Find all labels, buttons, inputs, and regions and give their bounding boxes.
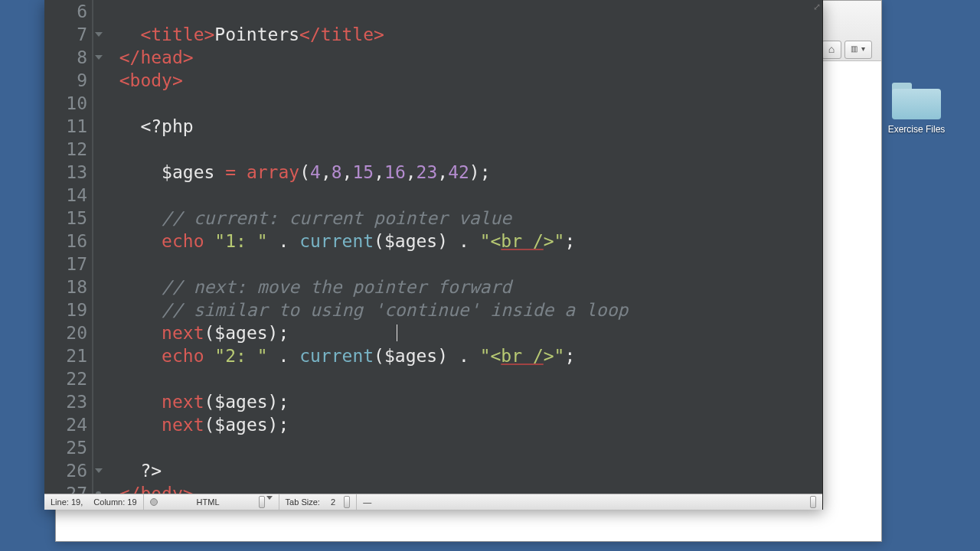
line-number: 9 (44, 69, 92, 92)
line-number-gutter: 6 7 8 9 10 11 12 13 14 15 16 17 18 19 20… (44, 0, 93, 494)
line-number: 14 (44, 184, 92, 207)
code-area[interactable]: 6 7 8 9 10 11 12 13 14 15 16 17 18 19 20… (44, 0, 822, 494)
line-number: 15 (44, 207, 92, 230)
desktop-folder-exercise-files[interactable]: Exercise Files (882, 83, 951, 135)
sidebar-toggle-button[interactable] (844, 41, 872, 59)
chevron-down-icon (266, 496, 273, 500)
line-number: 13 (44, 161, 92, 184)
home-button[interactable] (822, 41, 841, 59)
line-number: 12 (44, 138, 92, 161)
line-number: 20 (44, 321, 92, 344)
line-number: 11 (44, 115, 92, 138)
text-cursor-icon (397, 324, 397, 341)
line-number: 22 (44, 367, 92, 390)
line-number: 24 (44, 413, 92, 436)
line-number: 26 (44, 459, 92, 482)
line-number: 16 (44, 230, 92, 253)
editor-status-bar: Line: 19, Column: 19 HTML Tab Size: 2 — (44, 494, 822, 510)
status-line-col: Line: 19, Column: 19 (44, 494, 144, 510)
code-text[interactable]: <title>Pointers</title> </head> <body> <… (93, 0, 822, 494)
status-syntax-selector[interactable]: HTML (144, 494, 279, 510)
line-number: 10 (44, 92, 92, 115)
line-number: 8 (44, 46, 92, 69)
folder-icon (892, 83, 941, 119)
line-number: 7 (44, 23, 92, 46)
desktop-folder-label: Exercise Files (882, 124, 951, 135)
line-number: 21 (44, 344, 92, 367)
line-number: 19 (44, 298, 92, 321)
line-number: 17 (44, 253, 92, 276)
line-number: 25 (44, 436, 92, 459)
desktop: Exercise Files 6 7 8 9 10 11 12 13 14 15… (0, 0, 980, 551)
status-extra: — (357, 494, 822, 510)
record-dot-icon (150, 498, 158, 506)
line-number: 18 (44, 276, 92, 298)
line-number: 27 (44, 482, 92, 494)
status-tab-size-selector[interactable]: Tab Size: 2 (279, 494, 358, 510)
line-number: 6 (44, 0, 92, 23)
line-number: 23 (44, 390, 92, 413)
code-editor-window: 6 7 8 9 10 11 12 13 14 15 16 17 18 19 20… (44, 0, 823, 510)
